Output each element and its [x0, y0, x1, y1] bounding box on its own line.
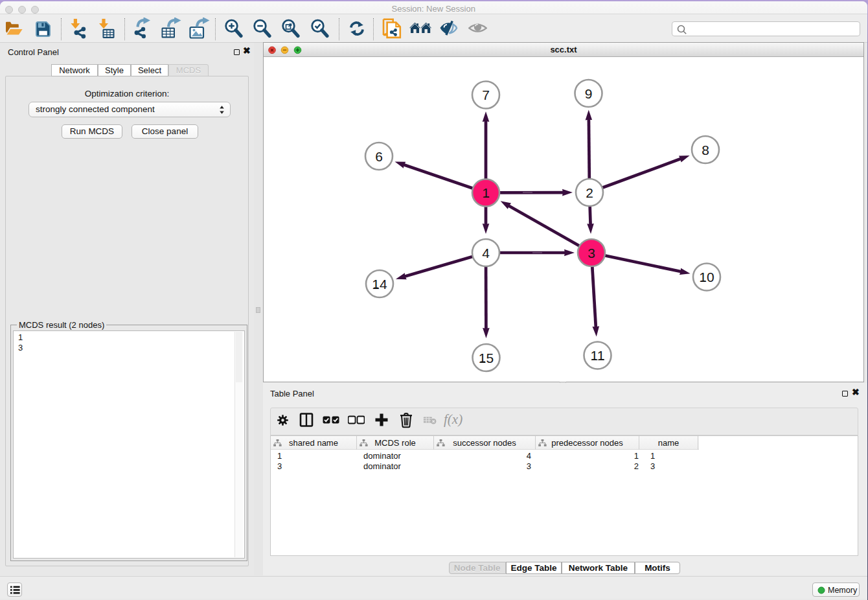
svg-text:14: 14: [372, 277, 387, 292]
svg-text:15: 15: [479, 351, 494, 365]
svg-text:9: 9: [585, 86, 593, 101]
svg-text:f(x): f(x): [444, 411, 463, 427]
svg-text:6: 6: [375, 149, 383, 164]
svg-text:3: 3: [588, 246, 595, 260]
svg-text:2: 2: [586, 185, 593, 200]
svg-text:10: 10: [699, 270, 714, 284]
svg-text:11: 11: [591, 348, 605, 363]
svg-text:7: 7: [482, 87, 490, 102]
svg-text:4: 4: [482, 246, 490, 260]
svg-text:1: 1: [482, 185, 490, 200]
svg-text:8: 8: [702, 143, 709, 157]
